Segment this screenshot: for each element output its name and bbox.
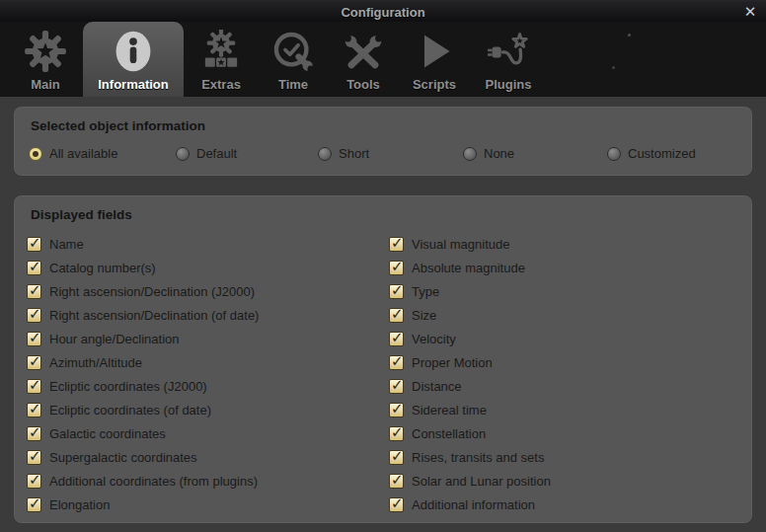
radio-default[interactable]: Default [176, 146, 237, 161]
checkbox-ra-dec-j2000[interactable]: ✓Right ascension/Declination (J2000) [27, 279, 259, 303]
checkmark-icon: ✓ [391, 331, 404, 345]
checkbox-label: Ecliptic coordinates (of date) [49, 403, 211, 418]
configuration-dialog: Configuration ✕ [0, 0, 766, 532]
checkbox-galactic[interactable]: ✓Galactic coordinates [27, 421, 259, 445]
checkbox-icon[interactable]: ✓ [389, 261, 404, 275]
checkbox-icon[interactable]: ✓ [389, 450, 404, 465]
checkbox-icon[interactable]: ✓ [27, 332, 41, 346]
plug-star-icon [485, 28, 532, 75]
checkbox-ecliptic-j2000[interactable]: ✓Ecliptic coordinates (J2000) [27, 374, 259, 398]
tab-label: Information [98, 77, 169, 92]
radio-button-icon[interactable] [318, 147, 332, 161]
dialog-title: Configuration [341, 5, 424, 20]
tab-scripts[interactable]: Scripts [399, 22, 470, 97]
checkbox-ecliptic-of-date[interactable]: ✓Ecliptic coordinates (of date) [27, 398, 259, 421]
checkbox-azimuth-altitude[interactable]: ✓Azimuth/Altitude [27, 350, 259, 374]
checkbox-additional-coordinates[interactable]: ✓Additional coordinates (from plugins) [27, 469, 259, 493]
tab-plugins[interactable]: Plugins [470, 22, 547, 97]
checkbox-name[interactable]: ✓Name [27, 232, 259, 256]
checkbox-label: Additional coordinates (from plugins) [49, 474, 258, 489]
tab-label: Scripts [413, 77, 456, 92]
tab-tools[interactable]: Tools [328, 22, 399, 97]
checkbox-icon[interactable]: ✓ [27, 497, 41, 512]
radio-button-icon[interactable] [29, 147, 42, 161]
checkbox-supergalactic[interactable]: ✓Supergalactic coordinates [27, 445, 259, 469]
checkbox-icon[interactable]: ✓ [27, 403, 41, 418]
checkbox-distance[interactable]: ✓Distance [389, 374, 551, 398]
checkbox-catalog-numbers[interactable]: ✓Catalog number(s) [27, 256, 259, 279]
tab-time[interactable]: Time [259, 22, 328, 97]
checkbox-icon[interactable]: ✓ [389, 403, 404, 418]
checkbox-icon[interactable]: ✓ [27, 450, 41, 465]
tab-label: Plugins [486, 77, 532, 92]
checkbox-icon[interactable]: ✓ [27, 284, 41, 299]
checkbox-elongation[interactable]: ✓Elongation [27, 493, 259, 516]
dialog-body: Selected object information All availabl… [0, 97, 766, 532]
tab-information[interactable]: Information [83, 22, 184, 97]
checkbox-icon[interactable]: ✓ [389, 474, 404, 489]
checkbox-hour-angle[interactable]: ✓Hour angle/Declination [27, 327, 259, 350]
checkmark-icon: ✓ [391, 260, 404, 274]
checkmark-icon: ✓ [391, 496, 404, 511]
checkbox-icon[interactable]: ✓ [389, 308, 404, 323]
checkmark-icon: ✓ [29, 473, 41, 488]
checkbox-absolute-magnitude[interactable]: ✓Absolute magnitude [389, 256, 551, 279]
checkbox-size[interactable]: ✓Size [389, 303, 551, 327]
checkbox-icon[interactable]: ✓ [27, 237, 41, 252]
checkbox-rises-transits-sets[interactable]: ✓Rises, transits and sets [389, 445, 551, 469]
checkbox-icon[interactable]: ✓ [389, 426, 404, 441]
checkbox-label: Distance [412, 379, 462, 394]
checkbox-icon[interactable]: ✓ [27, 379, 41, 394]
checkbox-label: Type [412, 284, 439, 299]
checkbox-label: Sidereal time [412, 403, 487, 418]
checkbox-additional-information[interactable]: ✓Additional information [389, 493, 551, 516]
radio-button-icon[interactable] [176, 147, 190, 161]
checkbox-label: Catalog number(s) [49, 261, 156, 275]
checkbox-type[interactable]: ✓Type [389, 279, 551, 303]
radio-short[interactable]: Short [318, 146, 369, 161]
radio-customized[interactable]: Customized [607, 146, 696, 161]
displayed-fields-group: Displayed fields ✓Name ✓Catalog number(s… [14, 195, 752, 523]
tab-label: Tools [346, 77, 380, 92]
play-icon [413, 28, 456, 75]
background-stars [0, 22, 1, 23]
checkbox-ra-dec-of-date[interactable]: ✓Right ascension/Declination (of date) [27, 303, 259, 327]
checkbox-constellation[interactable]: ✓Constellation [389, 421, 551, 445]
gear-boxes-icon [199, 28, 243, 75]
checkbox-icon[interactable]: ✓ [27, 426, 41, 441]
radio-button-icon[interactable] [607, 147, 621, 161]
checkmark-icon: ✓ [29, 378, 41, 393]
checkbox-sidereal-time[interactable]: ✓Sidereal time [389, 398, 551, 421]
checkbox-velocity[interactable]: ✓Velocity [389, 327, 551, 350]
checkbox-label: Visual magnitude [412, 237, 510, 252]
radio-button-icon[interactable] [463, 147, 477, 161]
selected-object-information-group: Selected object information All availabl… [14, 107, 752, 176]
clock-wrench-icon [271, 28, 315, 75]
checkbox-label: Right ascension/Declination (J2000) [49, 284, 255, 299]
tab-label: Main [31, 77, 60, 92]
checkmark-icon: ✓ [29, 425, 41, 440]
title-bar[interactable]: Configuration ✕ [0, 0, 766, 23]
checkbox-icon[interactable]: ✓ [27, 261, 41, 275]
checkbox-icon[interactable]: ✓ [389, 332, 404, 346]
checkbox-icon[interactable]: ✓ [389, 284, 404, 299]
tab-extras[interactable]: Extras [184, 22, 259, 97]
checkmark-icon: ✓ [391, 425, 404, 440]
checkbox-solar-lunar-position[interactable]: ✓Solar and Lunar position [389, 469, 551, 493]
checkbox-icon[interactable]: ✓ [27, 308, 41, 323]
checkbox-icon[interactable]: ✓ [389, 237, 404, 252]
checkbox-icon[interactable]: ✓ [27, 474, 41, 489]
checkmark-icon: ✓ [29, 307, 41, 322]
displayed-fields-right-column: ✓Visual magnitude ✓Absolute magnitude ✓T… [389, 232, 551, 516]
close-icon[interactable]: ✕ [740, 2, 760, 22]
checkbox-icon[interactable]: ✓ [389, 379, 404, 394]
checkbox-icon[interactable]: ✓ [389, 497, 404, 512]
tab-main[interactable]: Main [8, 22, 83, 97]
radio-none[interactable]: None [463, 146, 514, 161]
checkbox-icon[interactable]: ✓ [27, 355, 41, 370]
radio-all-available[interactable]: All available [29, 146, 117, 161]
checkbox-proper-motion[interactable]: ✓Proper Motion [389, 350, 551, 374]
radio-label: All available [49, 146, 117, 161]
checkbox-visual-magnitude[interactable]: ✓Visual magnitude [389, 232, 551, 256]
checkbox-icon[interactable]: ✓ [389, 355, 404, 370]
